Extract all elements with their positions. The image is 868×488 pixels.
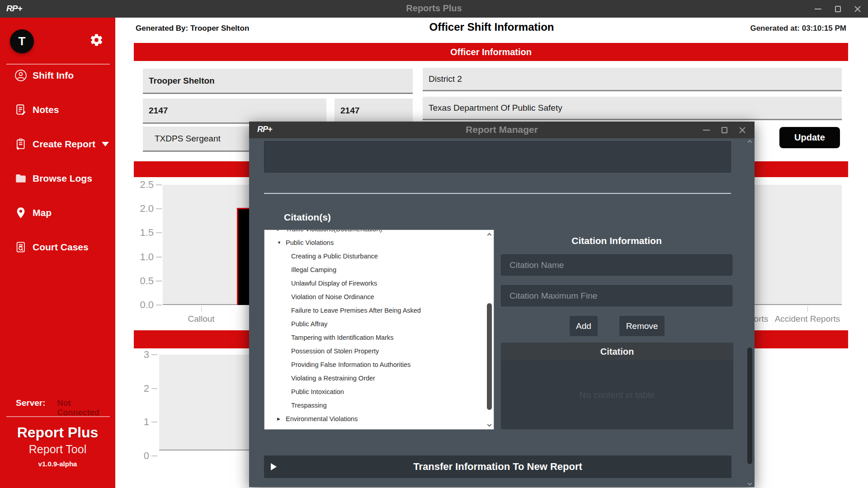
dialog-window-controls — [702, 122, 746, 138]
server-status-row: Server: Not Connected — [16, 398, 111, 418]
chart1-category-label: Callout — [188, 314, 214, 324]
browse-logs-icon — [14, 172, 28, 185]
citation-tree[interactable]: ▶ Traffic Violations(Documentation) ▼ Pu… — [264, 230, 494, 430]
tree-item[interactable]: Unlawful Display of Fireworks — [264, 277, 494, 290]
citation-table-header: Citation — [501, 343, 733, 361]
tree-item[interactable]: Public Intoxication — [264, 385, 494, 399]
unit-number-field[interactable] — [335, 99, 413, 124]
maximize-button[interactable] — [834, 5, 842, 13]
shift-info-icon — [14, 69, 28, 82]
tree-item[interactable]: Illegal Camping — [264, 263, 494, 277]
avatar[interactable]: T — [10, 29, 34, 53]
chart1-category-label: Accident Reports — [775, 314, 840, 324]
settings-gear-icon[interactable] — [90, 33, 104, 47]
person-circle-icon — [14, 69, 27, 82]
badge-number-field[interactable] — [143, 99, 326, 124]
tree-item[interactable]: ▶ Traffic Violations(Documentation) — [264, 230, 494, 236]
sidebar: T Shift Info Notes Create Report — [0, 18, 115, 488]
tick-mark — [151, 455, 157, 456]
sidebar-item[interactable]: Shift Info — [0, 58, 115, 93]
scroll-down-icon[interactable] — [748, 481, 752, 486]
tree-item[interactable]: ▶ Environmental Violations — [264, 412, 494, 426]
scroll-down-icon[interactable] — [487, 422, 492, 427]
citations-heading: Citation(s) — [284, 212, 331, 223]
close-icon — [739, 127, 746, 134]
tree-item[interactable]: Trespassing — [264, 399, 494, 412]
tree-item[interactable]: Violating a Restraining Order — [264, 371, 494, 385]
minimize-button[interactable] — [814, 5, 822, 13]
maximize-icon — [722, 127, 727, 133]
window-controls — [814, 0, 862, 18]
brand-block: Report Plus Report Tool v1.0.9-alpha — [0, 424, 115, 468]
sidebar-item[interactable]: Court Cases — [0, 230, 115, 264]
sidebar-item[interactable]: Browse Logs — [0, 161, 115, 196]
y-tick: 1 — [120, 417, 157, 427]
district-field[interactable] — [423, 68, 842, 91]
y-tick: 2.5 — [120, 179, 162, 190]
close-icon — [854, 5, 861, 13]
scroll-up-icon[interactable] — [487, 233, 492, 238]
citation-information-heading: Citation Information — [501, 235, 732, 246]
empty-table-text: No content in table — [580, 390, 655, 400]
dialog-title: Report Manager — [249, 124, 755, 135]
x-tick — [807, 306, 808, 312]
tree-item[interactable]: ▼ Public Violations — [264, 236, 494, 249]
tick-mark — [151, 354, 157, 355]
play-icon — [271, 463, 277, 470]
sidebar-divider — [6, 416, 110, 417]
dialog-minimize-button[interactable] — [702, 126, 710, 134]
tick-mark — [156, 257, 162, 258]
notes-icon — [14, 103, 28, 117]
folder-icon — [14, 172, 27, 185]
map-pin-icon — [14, 206, 27, 219]
court-cases-icon — [14, 241, 27, 253]
dialog-close-button[interactable] — [738, 126, 746, 134]
dialog-scrollbar-thumb[interactable] — [747, 347, 752, 464]
citation-max-fine-input[interactable] — [501, 285, 732, 306]
tick-mark — [156, 281, 162, 282]
tree-item[interactable]: Violation of Noise Ordinance — [264, 290, 494, 304]
tick-mark — [156, 305, 162, 305]
create-report-icon — [14, 138, 27, 150]
scroll-up-icon[interactable] — [748, 140, 752, 145]
tree-item[interactable]: Possession of Stolen Property — [264, 344, 494, 358]
department-field[interactable] — [423, 97, 842, 120]
tree-item[interactable]: Creating a Public Disturbance — [264, 249, 494, 263]
court-cases-icon — [14, 240, 28, 254]
tree-item[interactable]: Tampering with Identification Marks — [264, 331, 494, 344]
server-label: Server: — [16, 398, 46, 408]
report-notes-textarea[interactable] — [264, 141, 731, 173]
dialog-maximize-button[interactable] — [720, 126, 728, 134]
close-button[interactable] — [854, 5, 862, 13]
tree-caret-icon[interactable]: ▼ — [277, 240, 286, 245]
y-tick: 0.5 — [120, 276, 162, 286]
transfer-information-button[interactable]: Transfer Information To New Report — [264, 455, 731, 478]
tree-item[interactable]: Public Affray — [264, 317, 494, 331]
y-tick: 1.5 — [120, 227, 162, 238]
sidebar-item[interactable]: Map — [0, 196, 115, 230]
add-button[interactable]: Add — [570, 316, 598, 336]
citation-name-input[interactable] — [501, 254, 732, 276]
tree-scrollbar[interactable] — [486, 231, 493, 429]
tick-mark — [151, 388, 157, 389]
minimize-icon — [815, 9, 821, 9]
remove-button[interactable]: Remove — [619, 316, 665, 336]
sidebar-item[interactable]: Create Report — [0, 127, 115, 161]
dialog-scrollbar[interactable] — [747, 140, 753, 486]
tree-item[interactable]: Failure to Leave Premises After Being As… — [264, 304, 494, 317]
tree-caret-icon[interactable]: ▶ — [277, 230, 286, 231]
notes-icon — [14, 103, 27, 116]
sidebar-item[interactable]: Notes — [0, 93, 115, 127]
titlebar: RP+ Reports Plus — [0, 0, 868, 18]
brand-subtitle: Report Tool — [0, 443, 115, 456]
officer-name-field[interactable] — [143, 69, 413, 94]
minimize-icon — [703, 130, 710, 131]
create-report-icon — [14, 137, 28, 151]
update-button[interactable]: Update — [779, 127, 840, 148]
tree-item[interactable]: Providing False Information to Authoriti… — [264, 358, 494, 371]
tree-caret-icon[interactable]: ▶ — [277, 417, 286, 421]
dialog-divider — [264, 193, 731, 194]
y-tick: 1.0 — [120, 252, 162, 263]
tree-scrollbar-thumb[interactable] — [487, 303, 492, 410]
citation-table-body: No content in table — [501, 361, 733, 429]
